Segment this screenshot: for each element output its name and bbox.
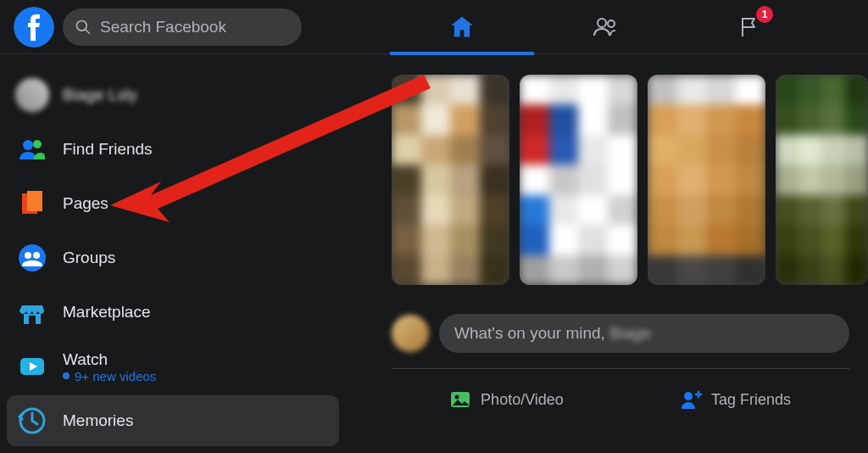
svg-point-10 <box>25 252 31 259</box>
content-area: What's on your mind, Biage Photo/Video <box>346 54 868 453</box>
sidebar-item-sub: 9+ new videos <box>63 369 156 383</box>
nav-home[interactable] <box>390 1 534 53</box>
stories-row <box>392 75 868 285</box>
nav-friends[interactable] <box>534 1 678 53</box>
notification-badge: 1 <box>756 6 773 23</box>
pages-icon <box>15 187 49 221</box>
photo-icon <box>448 388 472 411</box>
svg-line-2 <box>86 29 90 33</box>
composer-placeholder: What's on your mind, Biage <box>454 324 651 343</box>
friends-icon <box>15 132 49 166</box>
sidebar-item-memories[interactable]: Memories <box>7 395 339 446</box>
marketplace-icon <box>15 295 49 329</box>
photo-video-label: Photo/Video <box>481 391 564 409</box>
sidebar-item-label: Groups <box>63 249 115 267</box>
story-card[interactable] <box>392 75 509 285</box>
svg-point-6 <box>33 140 42 148</box>
sidebar-item-label: Watch <box>63 350 156 369</box>
story-card[interactable] <box>520 75 637 285</box>
sidebar-item-label: Memories <box>63 411 133 430</box>
sidebar-item-watch[interactable]: Watch 9+ new videos <box>7 341 339 392</box>
groups-icon <box>15 241 49 275</box>
svg-point-11 <box>33 252 40 259</box>
photo-video-button[interactable]: Photo/Video <box>392 381 620 418</box>
avatar-icon <box>15 78 49 112</box>
facebook-logo[interactable] <box>14 7 54 48</box>
memories-icon <box>15 404 49 438</box>
sidebar: Biage Lsly Find Friends Pages <box>0 54 346 453</box>
top-nav: 1 <box>390 0 822 53</box>
tag-friends-label: Tag Friends <box>711 391 791 409</box>
search-placeholder: Search Facebook <box>100 18 226 36</box>
svg-point-18 <box>455 395 459 400</box>
svg-point-3 <box>598 19 606 27</box>
svg-point-19 <box>684 392 693 400</box>
svg-rect-8 <box>27 191 42 211</box>
svg-point-9 <box>19 244 46 271</box>
friends-icon <box>593 14 620 41</box>
watch-icon <box>15 350 49 383</box>
sidebar-item-marketplace[interactable]: Marketplace <box>7 287 339 338</box>
composer: What's on your mind, Biage Photo/Video <box>392 314 849 418</box>
main-area: Biage Lsly Find Friends Pages <box>0 54 868 453</box>
sidebar-item-groups[interactable]: Groups <box>7 232 339 283</box>
sidebar-item-label: Marketplace <box>63 303 151 322</box>
svg-point-4 <box>608 20 615 27</box>
sidebar-item-label: Find Friends <box>63 140 153 159</box>
sidebar-item-label: Pages <box>63 194 108 213</box>
svg-rect-13 <box>29 316 36 324</box>
svg-point-5 <box>23 140 33 150</box>
nav-pages[interactable]: 1 <box>678 1 822 53</box>
story-card[interactable] <box>776 75 868 285</box>
search-icon <box>75 19 92 36</box>
composer-avatar[interactable] <box>392 315 429 352</box>
tag-friends-button[interactable]: Tag Friends <box>620 381 849 418</box>
sidebar-item-find-friends[interactable]: Find Friends <box>7 124 339 175</box>
story-card[interactable] <box>648 75 765 285</box>
top-header: Search Facebook 1 <box>0 0 868 54</box>
home-icon <box>448 14 476 41</box>
composer-input[interactable]: What's on your mind, Biage <box>439 314 849 353</box>
sidebar-item-pages[interactable]: Pages <box>7 178 339 229</box>
sidebar-item-label: Biage Lsly <box>63 86 137 104</box>
tag-icon <box>679 388 703 411</box>
sidebar-item-profile[interactable]: Biage Lsly <box>7 70 339 120</box>
search-input[interactable]: Search Facebook <box>63 8 302 46</box>
